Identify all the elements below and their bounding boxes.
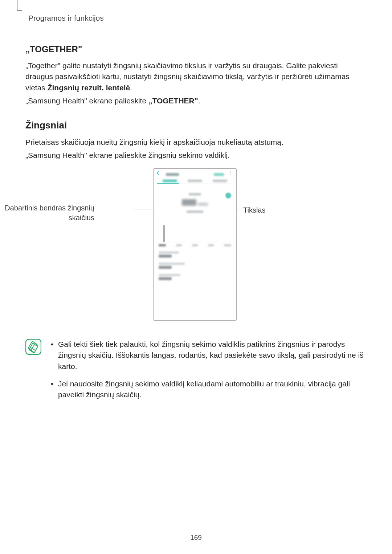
steps-paragraph-1: Prietaisas skaičiuoja nueitų žingsnių ki… (25, 137, 367, 148)
phone-screenshot: ⋮ (153, 168, 237, 321)
callout-left: Dabartinis bendras žingsnių skaičius (0, 203, 94, 223)
heading-together: „TOGETHER" (25, 44, 367, 54)
figure: Dabartinis bendras žingsnių skaičius Tik… (25, 168, 367, 332)
together-paragraph-2: „Samsung Health" ekrane palieskite „TOGE… (25, 95, 367, 106)
back-icon (156, 171, 160, 175)
note-item-2: • Jei naudosite žingsnių sekimo valdiklį… (51, 378, 367, 401)
corner-rule (17, 0, 22, 11)
page-number: 169 (0, 534, 392, 542)
callout-right: Tikslas (243, 206, 265, 214)
more-icon: ⋮ (228, 170, 233, 175)
note-item-1: • Gali tekti šiek tiek palaukti, kol žin… (51, 339, 367, 372)
steps-paragraph-2: „Samsung Health" ekrane palieskite žings… (25, 150, 367, 161)
together-paragraph-1: „Together" galite nustatyti žingsnių ska… (25, 60, 367, 93)
heading-steps: Žingsniai (25, 120, 367, 131)
note-block: • Gali tekti šiek tiek palaukti, kol žin… (25, 339, 367, 407)
steps-chart (158, 221, 232, 246)
tabs (154, 178, 236, 182)
note-icon (25, 339, 41, 355)
running-header: Programos ir funkcijos (28, 14, 367, 22)
